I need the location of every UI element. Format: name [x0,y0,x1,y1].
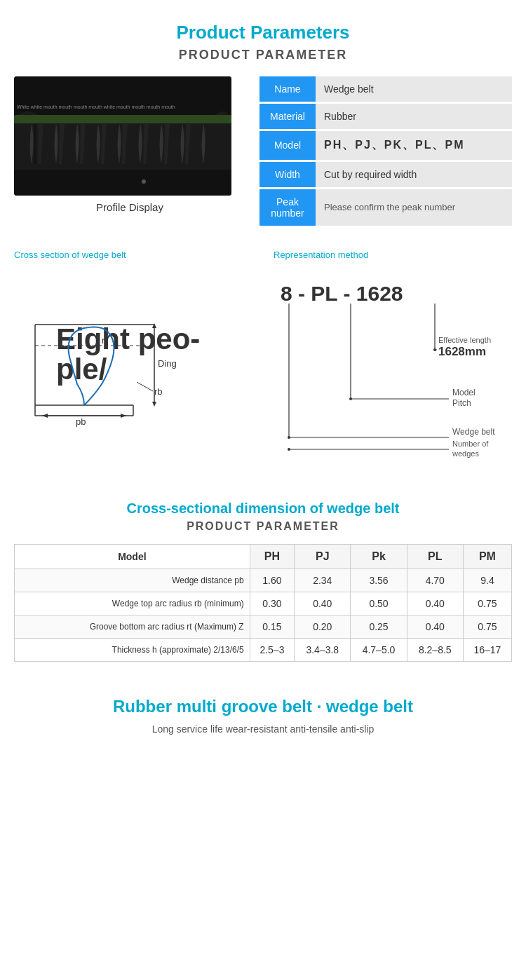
svg-text:Wedge belt: Wedge belt [452,427,495,437]
svg-line-23 [137,382,153,391]
row-1-pm: 0.75 [463,592,511,615]
svg-text:Eight peo-: Eight peo- [56,322,200,355]
svg-text:1628mm: 1628mm [438,345,486,358]
model-value: PH、PJ、PK、PL、PM [316,130,512,161]
profile-display-label: Profile Display [14,201,245,213]
dimension-section: Cross-sectional dimension of wedge belt … [0,485,526,669]
row-3-pm: 16–17 [463,638,511,661]
pk-col-header: Pk [351,544,407,569]
svg-text:wedges: wedges [452,449,479,458]
dimension-subtitle: PRODUCT PARAMETER [14,520,512,533]
table-row: Thickness h (approximate) 2/13/6/5 2.5–3… [15,638,512,661]
dimension-title: Cross-sectional dimension of wedge belt [14,499,512,517]
svg-text:Effective length: Effective length [438,336,491,344]
representation-side: Representation method 8 - PL - 1628 Effe… [274,249,512,471]
row-0-pk: 3.56 [351,569,407,592]
svg-marker-20 [121,414,126,418]
svg-text:rt: rt [102,335,107,346]
model-col-header: Model [15,544,250,569]
row-0-pl: 4.70 [407,569,463,592]
row-0-pj: 2.34 [295,569,351,592]
peak-row: Peak number Please confirm the peak numb… [259,188,512,226]
svg-marker-19 [42,414,48,418]
table-row: Wedge top arc radius rb (minimum) 0.30 0… [15,592,512,615]
page-title: Product Parameters [14,21,512,45]
name-label: Name [259,76,316,103]
row-3-pk: 4.7–5.0 [351,638,407,661]
svg-point-42 [433,348,436,351]
footer-subtitle: Long service life wear-resistant anti-te… [14,723,512,735]
diagram-section: Cross section of wedge belt Eight peo- p… [0,242,526,485]
svg-point-4 [142,179,146,184]
footer-section: Rubber multi groove belt · wedge belt Lo… [0,669,526,756]
row-3-pj: 3.4–3.8 [295,638,351,661]
pl-col-header: PL [407,544,463,569]
svg-point-40 [288,448,290,451]
material-value: Rubber [316,102,512,130]
svg-point-41 [349,397,352,400]
cross-section-diagram: Eight peo- ple/ rt Ding [14,268,267,437]
svg-rect-3 [14,164,231,170]
row-1-ph: 0.30 [250,592,294,615]
row-2-pk: 0.25 [351,615,407,638]
pm-col-header: PM [463,544,511,569]
row-0-pm: 9.4 [463,569,511,592]
representation-diagram: 8 - PL - 1628 Effective length 1628mm Mo… [274,266,498,469]
svg-text:White white mouth mouth mouth : White white mouth mouth mouth mouth whit… [17,104,175,109]
product-info-section: White white mouth mouth mouth mouth whit… [0,69,526,242]
row-label-2: Groove bottom arc radius rt (Maximum) Z [15,615,250,638]
pj-col-header: PJ [295,544,351,569]
header-section: Product Parameters PRODUCT PARAMETER [0,0,526,69]
name-row: Name Wedge belt [259,76,512,103]
material-row: Material Rubber [259,102,512,130]
row-2-pm: 0.75 [463,615,511,638]
product-params-table: Name Wedge belt Material Rubber Model PH… [259,76,512,228]
row-2-pj: 0.20 [295,615,351,638]
svg-text:Ding: Ding [158,358,177,369]
width-value: Cut by required width [316,161,512,188]
table-row: Wedge distance pb 1.60 2.34 3.56 4.70 9.… [15,569,512,592]
svg-text:Pitch: Pitch [452,398,471,408]
peak-value: Please confirm the peak number [316,188,512,226]
row-3-pl: 8.2–8.5 [407,638,463,661]
belt-image: White white mouth mouth mouth mouth whit… [14,76,231,196]
svg-point-39 [288,436,290,439]
product-table-side: Name Wedge belt Material Rubber Model PH… [259,76,512,228]
svg-text:pb: pb [76,416,86,427]
name-value: Wedge belt [316,76,512,103]
rep-label: Representation method [274,249,512,261]
page-subtitle: PRODUCT PARAMETER [14,48,512,62]
row-1-pl: 0.40 [407,592,463,615]
row-label-1: Wedge top arc radius rb (minimum) [15,592,250,615]
product-image-side: White white mouth mouth mouth mouth whit… [14,76,245,228]
svg-text:8  -  PL  -  1628: 8 - PL - 1628 [281,282,403,305]
ph-col-header: PH [250,544,294,569]
row-label-3: Thickness h (approximate) 2/13/6/5 [15,638,250,661]
table-row: Groove bottom arc radius rt (Maximum) Z … [15,615,512,638]
svg-text:rb: rb [154,386,163,397]
row-1-pj: 0.40 [295,592,351,615]
row-2-ph: 0.15 [250,615,294,638]
svg-text:ple/: ple/ [56,353,107,386]
svg-marker-15 [152,402,156,407]
width-row: Width Cut by required width [259,161,512,188]
svg-text:Number of: Number of [452,440,489,448]
row-1-pk: 0.50 [351,592,407,615]
svg-rect-1 [14,115,231,123]
model-label: Model [259,130,316,161]
peak-label: Peak number [259,188,316,226]
cross-section-label: Cross section of wedge belt [14,249,267,261]
footer-title: Rubber multi groove belt · wedge belt [14,697,512,716]
row-0-ph: 1.60 [250,569,294,592]
row-2-pl: 0.40 [407,615,463,638]
row-3-ph: 2.5–3 [250,638,294,661]
dimensions-table: Model PH PJ Pk PL PM Wedge distance pb 1… [14,544,512,662]
svg-text:Model: Model [452,388,476,397]
material-label: Material [259,102,316,130]
belt-image-container: White white mouth mouth mouth mouth whit… [14,76,231,196]
width-label: Width [259,161,316,188]
model-row: Model PH、PJ、PK、PL、PM [259,130,512,161]
cross-section-side: Cross section of wedge belt Eight peo- p… [14,249,267,439]
row-label-0: Wedge distance pb [15,569,250,592]
